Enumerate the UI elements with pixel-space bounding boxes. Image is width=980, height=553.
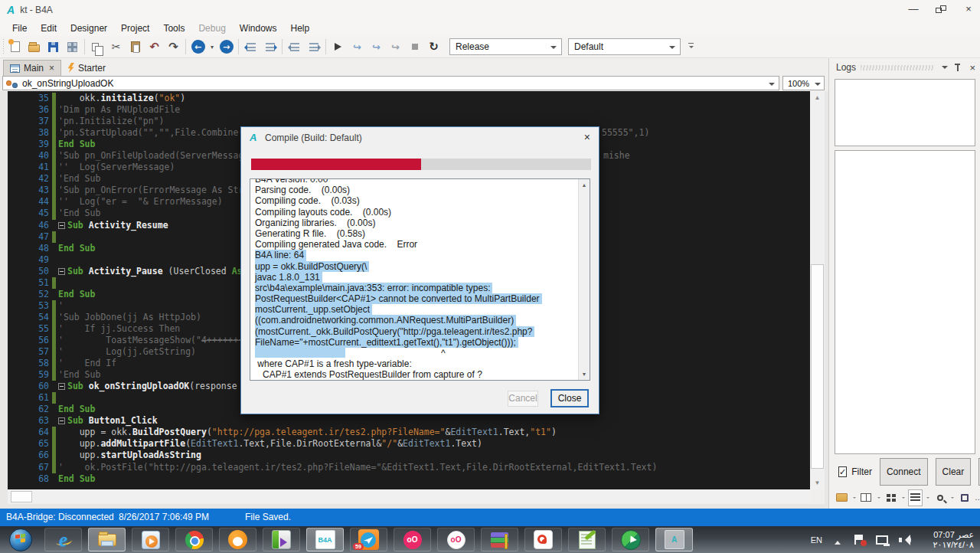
scrollbar-thumb[interactable]: [811, 264, 824, 469]
menu-edit[interactable]: Edit: [34, 21, 64, 35]
tray-language[interactable]: EN: [811, 535, 822, 545]
compile-log-box[interactable]: B4A Version: 0.00Parsing code. (0.00s)Co…: [250, 178, 590, 381]
taskbar-gom-icon[interactable]: [219, 528, 256, 551]
taskbar-b4a-icon[interactable]: B4A: [306, 528, 344, 551]
editor-vertical-scrollbar[interactable]: ▲ ▼: [810, 91, 825, 489]
pin-icon[interactable]: [954, 63, 962, 72]
function-select[interactable]: ok_onStringUploadOK: [2, 76, 779, 90]
taskbar-ie-icon[interactable]: e: [44, 528, 82, 551]
step-into-icon[interactable]: ↪: [348, 38, 367, 56]
panel-close-icon[interactable]: ×: [969, 62, 975, 74]
minimize-button[interactable]: —: [908, 3, 919, 15]
open-file-icon[interactable]: [24, 38, 44, 56]
outdent-icon[interactable]: [241, 38, 260, 56]
new-file-icon[interactable]: [5, 38, 24, 56]
close-button[interactable]: ×: [963, 3, 974, 15]
taskbar-chrome-icon[interactable]: [175, 528, 213, 551]
taskbar-rec-icon[interactable]: [524, 528, 562, 551]
back-dropdown-icon[interactable]: ▾: [207, 38, 217, 56]
tray-network-icon[interactable]: [876, 535, 888, 545]
overflow-dots-icon[interactable]: ‥: [975, 493, 980, 502]
uncomment-icon[interactable]: [304, 38, 323, 56]
fold-collapse-icon[interactable]: [58, 417, 65, 424]
menu-file[interactable]: File: [6, 21, 34, 35]
build-configuration-select[interactable]: Release: [449, 38, 562, 55]
taskbar-b4a-ghost-icon[interactable]: A: [655, 528, 693, 551]
taskbar-idm-icon[interactable]: [612, 528, 649, 551]
tray-volume-icon[interactable]: [899, 535, 911, 545]
taskbar-winrar-icon[interactable]: [481, 528, 518, 551]
package-icon[interactable]: [63, 38, 82, 56]
scroll-down-icon[interactable]: ▼: [579, 368, 590, 380]
fold-collapse-icon[interactable]: [58, 383, 65, 390]
close-button[interactable]: Close: [550, 389, 589, 407]
compile-log-line: src\b4a\example\main.java:353: error: in…: [255, 283, 577, 293]
navigate-back-icon[interactable]: ←: [188, 38, 207, 56]
scroll-down-icon[interactable]: ▼: [810, 476, 825, 489]
undo-icon[interactable]: ↶: [145, 38, 164, 56]
cut-icon[interactable]: ✂: [106, 38, 126, 56]
tab-main[interactable]: Main×: [3, 60, 61, 76]
rebuild-icon[interactable]: ↻: [424, 38, 443, 56]
zoom-select[interactable]: 100%: [782, 76, 825, 90]
dialog-close-icon[interactable]: ×: [584, 131, 590, 143]
clear-button[interactable]: Clear: [936, 458, 972, 486]
fold-collapse-icon[interactable]: [58, 268, 65, 275]
indent-icon[interactable]: [260, 38, 279, 56]
menu-debug[interactable]: Debug: [192, 21, 233, 35]
step-over-icon[interactable]: ↪: [367, 38, 386, 56]
taskbar-oo-pink-icon[interactable]: oO: [394, 528, 431, 551]
step-out-icon[interactable]: ↪: [386, 38, 405, 56]
taskbar-telegram-icon[interactable]: 59: [350, 528, 387, 551]
tray-hidden-icons-chevron-icon[interactable]: [835, 538, 841, 545]
filter-checkbox[interactable]: ✓: [838, 466, 847, 477]
logs-list-top[interactable]: [835, 79, 975, 146]
tray-action-center-icon[interactable]: [854, 535, 865, 545]
fold-collapse-icon[interactable]: [58, 222, 65, 229]
toolbar-overflow-icon[interactable]: [688, 42, 695, 51]
menu-project[interactable]: Project: [115, 21, 157, 35]
navigate-forward-icon[interactable]: →: [217, 38, 236, 56]
taskbar-npp-icon[interactable]: [568, 528, 606, 551]
search-icon[interactable]: [933, 489, 947, 506]
menu-help[interactable]: Help: [285, 21, 318, 35]
redo-icon[interactable]: ↷: [164, 38, 183, 56]
book-icon[interactable]: [859, 489, 874, 506]
dialog-title-bar[interactable]: A Compile (Build: Default) ×: [241, 127, 599, 149]
build-profile-select[interactable]: Default: [568, 38, 681, 55]
lines-icon[interactable]: [908, 489, 923, 506]
tray-clock[interactable]: عصر 07:07 ٢٠١٧/٢٤/٠٨: [920, 530, 974, 550]
editor-horizontal-scrollbar[interactable]: [8, 489, 810, 504]
panel-menu-chevron-icon[interactable]: [942, 66, 948, 72]
compile-log-line: ^: [255, 348, 577, 358]
blocks-icon[interactable]: [884, 489, 898, 506]
folder-icon[interactable]: [835, 489, 849, 506]
properties-icon[interactable]: [957, 489, 972, 506]
menu-designer[interactable]: Designer: [64, 21, 115, 35]
scroll-up-icon[interactable]: ▲: [810, 91, 825, 104]
copy-icon[interactable]: [87, 38, 106, 56]
comment-icon[interactable]: [285, 38, 304, 56]
scroll-up-icon[interactable]: ▲: [579, 179, 590, 191]
restore-button[interactable]: [936, 5, 946, 13]
log-scrollbar[interactable]: ▲ ▼: [578, 179, 590, 380]
taskbar-kmplayer-icon[interactable]: [263, 528, 300, 551]
menu-tools[interactable]: Tools: [157, 21, 192, 35]
tab-close-icon[interactable]: ×: [49, 63, 54, 74]
run-icon[interactable]: [328, 38, 348, 56]
taskbar-explorer-icon[interactable]: [88, 528, 126, 551]
menu-windows[interactable]: Windows: [234, 21, 285, 35]
app-logo-icon: A: [7, 4, 15, 16]
tab-starter[interactable]: Starter: [61, 60, 112, 76]
change-bar: [52, 139, 56, 150]
code-line: 63Sub Button1_Click: [8, 415, 810, 427]
logs-list-main[interactable]: [835, 150, 975, 454]
paste-icon[interactable]: [126, 38, 145, 56]
taskbar-wmp-icon[interactable]: [132, 528, 169, 551]
taskbar-oo-white-icon[interactable]: oO: [437, 528, 475, 551]
stop-icon[interactable]: [405, 38, 424, 56]
scrollbar-thumb[interactable]: [11, 491, 32, 502]
connect-button[interactable]: Connect: [880, 458, 928, 486]
taskbar-start-icon[interactable]: [2, 528, 40, 551]
save-icon[interactable]: [44, 38, 63, 56]
